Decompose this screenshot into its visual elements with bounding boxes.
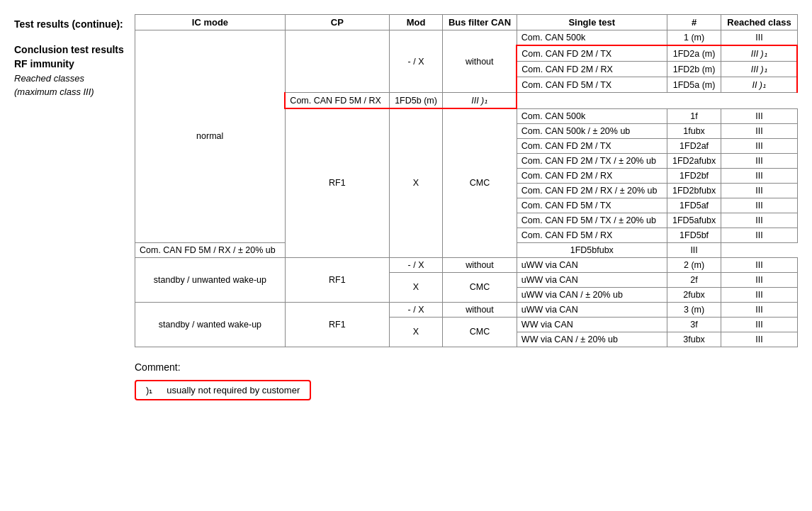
table-cell: III (667, 242, 721, 257)
table-cell: uWW via CAN (517, 257, 667, 272)
table-cell: 1FD5bf (667, 228, 721, 242)
results-table: IC mode CP Mod Bus filter CAN Single tes… (135, 14, 798, 347)
table-cell: standby / wanted wake-up (135, 302, 286, 347)
table-cell: Com. CAN FD 5M / RX / ± 20% ub (135, 242, 286, 257)
table-cell: II )₁ (721, 77, 797, 93)
table-cell: - / X (389, 302, 442, 317)
table-cell: Com. CAN FD 2M / TX (517, 45, 667, 62)
comment-label: Comment: (135, 361, 798, 373)
header-mod: Mod (389, 15, 442, 30)
table-cell: 1FD2afubx (667, 153, 721, 168)
table-cell: III (721, 332, 797, 347)
table-cell: Com. CAN FD 5M / TX / ± 20% ub (517, 213, 667, 228)
table-cell: WW via CAN (517, 317, 667, 332)
table-cell: 1FD2af (667, 138, 721, 153)
table-cell: Com. CAN FD 5M / RX (517, 228, 667, 242)
table-cell: Com. CAN 500k (517, 108, 667, 123)
table-cell: - / X (389, 30, 442, 93)
table-cell: 1FD2bf (667, 168, 721, 183)
table-row: standby / wanted wake-upRF1- / Xwithoutu… (135, 302, 798, 317)
table-cell: III (721, 123, 797, 138)
table-cell: Com. CAN FD 2M / RX (517, 62, 667, 77)
table-cell: III (721, 302, 797, 317)
table-cell: normal (135, 30, 286, 243)
table-cell: Com. CAN FD 5M / TX (517, 77, 667, 93)
table-cell: Com. CAN FD 2M / RX (517, 168, 667, 183)
header-ic-mode: IC mode (135, 15, 286, 30)
table-row: standby / unwanted wake-upRF1- / Xwithou… (135, 257, 798, 272)
table-cell: without (443, 257, 517, 272)
table-cell: III (721, 168, 797, 183)
header-cp: CP (285, 15, 389, 30)
header-bus-filter: Bus filter CAN (443, 15, 517, 30)
table-cell: III (721, 153, 797, 168)
table-cell: III (721, 257, 797, 272)
table-cell: Com. CAN 500k (517, 30, 667, 46)
table-cell: 1FD5a (m) (667, 77, 721, 93)
left-panel: Test results (continue): Conclusion test… (14, 14, 135, 99)
table-cell: RF1 (285, 302, 389, 347)
table-cell: Com. CAN FD 2M / TX (517, 138, 667, 153)
reached-label: Reached classes (maximum class III) (14, 72, 128, 98)
table-cell: 1FD2bfubx (667, 183, 721, 198)
table-cell: 3 (m) (667, 302, 721, 317)
table-cell: uWW via CAN (517, 302, 667, 317)
table-cell: III )₁ (443, 93, 517, 109)
table-cell: III (721, 287, 797, 302)
table-cell: III (721, 183, 797, 198)
table-cell: Com. CAN FD 2M / RX / ± 20% ub (517, 183, 667, 198)
table-cell: 3fubx (667, 332, 721, 347)
table-cell: 1FD5afubx (667, 213, 721, 228)
table-header-row: IC mode CP Mod Bus filter CAN Single tes… (135, 15, 798, 30)
comment-text: usually not required by customer (167, 385, 300, 395)
header-hash: # (667, 15, 721, 30)
table-cell: standby / unwanted wake-up (135, 257, 286, 302)
comment-section: Comment: )₁ usually not required by cust… (135, 361, 798, 400)
table-cell: CMC (443, 108, 517, 257)
table-cell: 1fubx (667, 123, 721, 138)
table-cell: III (721, 317, 797, 332)
table-cell: III (721, 228, 797, 242)
conclusion-title: Conclusion test results RF immunity (14, 43, 128, 71)
table-cell: WW via CAN / ± 20% ub (517, 332, 667, 347)
table-cell: X (389, 272, 442, 302)
table-cell: Com. CAN FD 5M / TX (517, 198, 667, 213)
table-cell: III (721, 108, 797, 123)
table-cell: without (443, 302, 517, 317)
table-cell: 3f (667, 317, 721, 332)
table-cell: RF1 (285, 108, 389, 257)
table-cell: 2 (m) (667, 257, 721, 272)
table-cell: RF1 (285, 257, 389, 302)
table-cell: III (721, 30, 797, 46)
table-cell: III (721, 198, 797, 213)
comment-box: )₁ usually not required by customer (135, 380, 311, 400)
table-cell (285, 30, 389, 93)
table-cell: III )₁ (721, 62, 797, 77)
table-cell: 1FD5bfubx (517, 242, 667, 257)
table-cell: X (389, 317, 442, 347)
header-reached-class: Reached class (721, 15, 797, 30)
comment-subscript: )₁ (146, 385, 152, 395)
table-cell: Com. CAN FD 2M / TX / ± 20% ub (517, 153, 667, 168)
table-cell: 2fubx (667, 287, 721, 302)
table-cell: Com. CAN FD 5M / RX (285, 93, 389, 109)
table-cell: 1 (m) (667, 30, 721, 46)
table-cell: 1f (667, 108, 721, 123)
table-cell: III (721, 138, 797, 153)
table-cell: Com. CAN 500k / ± 20% ub (517, 123, 667, 138)
table-cell: CMC (443, 272, 517, 302)
table-cell: III )₁ (721, 45, 797, 62)
table-cell: 1FD5b (m) (389, 93, 442, 109)
table-cell: 1FD2a (m) (667, 45, 721, 62)
table-cell: III (721, 213, 797, 228)
table-cell: uWW via CAN (517, 272, 667, 287)
table-cell: 1FD5af (667, 198, 721, 213)
table-cell: 2f (667, 272, 721, 287)
table-cell: - / X (389, 257, 442, 272)
header-single-test: Single test (517, 15, 667, 30)
table-cell: CMC (443, 317, 517, 347)
table-cell: 1FD2b (m) (667, 62, 721, 77)
table-cell: uWW via CAN / ± 20% ub (517, 287, 667, 302)
table-cell: X (389, 108, 442, 257)
page-container: Test results (continue): Conclusion test… (14, 14, 798, 347)
